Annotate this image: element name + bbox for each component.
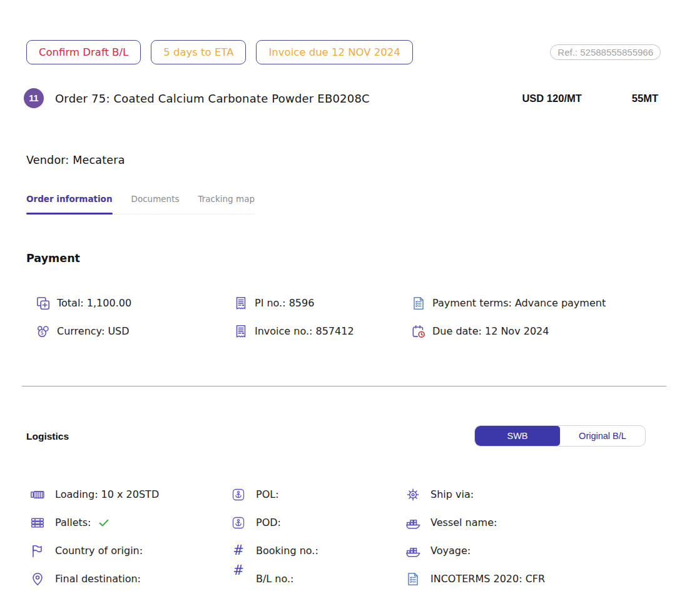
payment-terms-icon xyxy=(410,295,427,311)
logistics-heading: Logistics xyxy=(26,431,69,442)
logistics-bl-no: # B/L no.: xyxy=(229,565,404,593)
payment-invoice-no: Invoice no.: 857412 xyxy=(232,317,410,345)
helm-icon xyxy=(404,486,422,503)
logistics-section: Logistics SWB Original B/L Loading: 10 x… xyxy=(26,425,651,600)
logistics-loading-label: Loading: 10 x 20STD xyxy=(55,488,159,500)
tab-order-information[interactable]: Order information xyxy=(26,194,113,214)
logistics-final-destination: Final destination: xyxy=(28,565,229,593)
logistics-incoterms-label: INCOTERMS 2020: CFR xyxy=(430,573,545,585)
due-date-icon xyxy=(410,323,427,340)
logistics-ship-via-label: Ship via: xyxy=(430,488,474,500)
anchor-icon xyxy=(229,487,248,502)
logistics-country-origin: Country of origin: xyxy=(28,537,229,565)
container-icon xyxy=(28,486,47,503)
logistics-pallets: Pallets: xyxy=(28,508,229,537)
payment-terms: Payment terms: Advance payment xyxy=(410,289,658,317)
vendor-label: Vendor: Mecatera xyxy=(26,154,125,166)
order-header-row[interactable]: 11 Order 75: Coated Calcium Carbonate Po… xyxy=(24,88,658,108)
eta-status-badge: 5 days to ETA xyxy=(151,40,246,64)
invoice-due-badge: Invoice due 12 NOV 2024 xyxy=(256,40,412,64)
logistics-incoterms: INCOTERMS 2020: CFR xyxy=(404,565,651,593)
add-invoice-icon xyxy=(34,295,51,311)
logistics-pol: POL: xyxy=(229,480,404,508)
status-badges-row: Confirm Draft B/L 5 days to ETA Invoice … xyxy=(26,40,661,64)
toggle-original-bl[interactable]: Original B/L xyxy=(560,426,645,446)
flag-icon xyxy=(28,543,47,559)
pin-icon xyxy=(28,571,47,587)
payment-invoice-label: Invoice no.: 857412 xyxy=(255,325,354,337)
cargo-ship-icon xyxy=(404,513,422,532)
confirm-draft-bl-button[interactable]: Confirm Draft B/L xyxy=(26,40,141,64)
check-icon xyxy=(97,516,111,530)
payment-due-date-label: Due date: 12 Nov 2024 xyxy=(432,325,549,337)
logistics-voyage: Voyage: xyxy=(404,537,651,565)
order-index-badge: 11 xyxy=(24,88,44,108)
coins-icon: $ xyxy=(34,323,51,340)
logistics-vessel-name: Vessel name: xyxy=(404,508,651,537)
order-quantity: 55MT xyxy=(632,93,658,104)
payment-pi-no: PI no.: 8596 xyxy=(232,289,410,317)
toggle-swb[interactable]: SWB xyxy=(475,426,560,446)
tab-bar: Order information Documents Tracking map xyxy=(26,194,255,215)
logistics-ship-via: Ship via: xyxy=(404,480,651,508)
logistics-grid: Loading: 10 x 20STD Pallets: xyxy=(28,480,651,593)
logistics-booking-no-label: Booking no.: xyxy=(256,545,318,557)
payment-currency-label: Currency: USD xyxy=(57,325,130,337)
payment-section: Payment Total: 1,100.00 $ Cu xyxy=(26,252,658,345)
logistics-country-origin-label: Country of origin: xyxy=(55,545,143,557)
hash-icon: # xyxy=(229,544,248,557)
order-title: Order 75: Coated Calcium Carbonate Powde… xyxy=(55,92,370,105)
logistics-final-destination-label: Final destination: xyxy=(55,573,141,585)
anchor-icon xyxy=(229,515,248,530)
logistics-pod: POD: xyxy=(229,508,404,537)
logistics-pallets-label: Pallets: xyxy=(55,517,91,528)
incoterms-icon xyxy=(404,571,422,587)
payment-heading: Payment xyxy=(26,252,658,265)
payment-total: Total: 1,100.00 xyxy=(34,289,232,317)
svg-text:$: $ xyxy=(40,330,44,336)
payment-total-label: Total: 1,100.00 xyxy=(57,297,131,309)
payment-terms-label: Payment terms: Advance payment xyxy=(432,297,606,309)
cargo-ship-icon xyxy=(404,542,422,560)
tab-documents[interactable]: Documents xyxy=(131,194,180,214)
reference-number: Ref.: 52588555855966 xyxy=(550,44,661,60)
section-divider xyxy=(22,386,666,386)
logistics-voyage-label: Voyage: xyxy=(430,545,471,557)
payment-pi-label: PI no.: 8596 xyxy=(255,297,314,309)
tab-tracking-map[interactable]: Tracking map xyxy=(198,194,255,214)
payment-currency: $ Currency: USD xyxy=(34,317,232,345)
logistics-pod-label: POD: xyxy=(256,517,281,528)
payment-due-date: Due date: 12 Nov 2024 xyxy=(410,317,658,345)
logistics-vessel-name-label: Vessel name: xyxy=(430,517,497,528)
logistics-pol-label: POL: xyxy=(256,488,279,500)
logistics-loading: Loading: 10 x 20STD xyxy=(28,480,229,508)
invoice-icon xyxy=(232,323,249,340)
payment-grid: Total: 1,100.00 $ Currency: USD xyxy=(34,289,658,345)
logistics-booking-no: # Booking no.: xyxy=(229,537,404,565)
bl-type-toggle: SWB Original B/L xyxy=(474,425,646,447)
pallet-icon xyxy=(28,514,47,532)
logistics-bl-no-label: B/L no.: xyxy=(256,573,294,585)
hash-icon: # xyxy=(229,564,248,577)
order-price: USD 120/MT xyxy=(522,93,581,104)
invoice-icon xyxy=(232,295,249,311)
